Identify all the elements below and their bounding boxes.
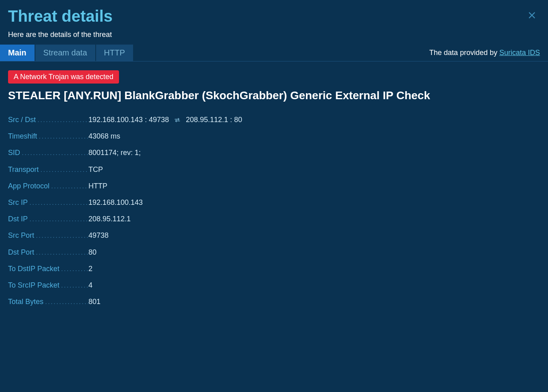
provider-link[interactable]: Suricata IDS [499,49,540,57]
detail-row-transport: Transport TCP [8,165,540,175]
detail-row-src-ip: Src IP 192.168.100.143 [8,198,540,208]
detail-value: HTTP [88,181,107,191]
tabs-container: Main Stream data HTTP [0,45,134,61]
detail-value: TCP [88,165,103,175]
detail-value: 49738 [88,231,109,241]
close-icon [527,11,536,20]
detail-label: Timeshift [8,131,88,141]
page-title: Threat details [8,7,540,25]
detail-value: 2 [88,264,92,274]
detail-row-to-dstip-packet: To DstIP Packet 2 [8,264,540,274]
detail-value: 192.168.100.143 [88,198,143,208]
detail-value: 80 [88,247,96,257]
tab-stream-data[interactable]: Stream data [35,45,95,61]
src-address: 192.168.100.143 : 49738 [88,115,169,125]
detail-value: 4 [88,280,92,290]
dialog-header: Threat details Here are the details of t… [0,0,548,45]
detail-row-timeshift: Timeshift 43068 ms [8,131,540,141]
detail-value: 8001174; rev: 1; [88,148,141,158]
detail-row-src-dst: Src / Dst 192.168.100.143 : 49738 208.95… [8,115,540,125]
detail-label: Src IP [8,198,88,208]
detail-label: Src / Dst [8,115,88,125]
detail-label: Src Port [8,231,88,241]
detail-row-src-port: Src Port 49738 [8,231,540,241]
dst-address: 208.95.112.1 : 80 [186,115,242,125]
detail-row-app-protocol: App Protocol HTTP [8,181,540,191]
provider-prefix: The data provided by [429,49,499,57]
detail-row-total-bytes: Total Bytes 801 [8,297,540,307]
detail-row-to-srcip-packet: To SrcIP Packet 4 [8,280,540,290]
close-button[interactable] [527,10,537,20]
page-subtitle: Here are the details of the threat [8,31,540,39]
swap-icon [174,116,181,124]
detail-row-sid: SID 8001174; rev: 1; [8,148,540,158]
detail-label: Transport [8,165,88,175]
threat-name: STEALER [ANY.RUN] BlankGrabber (SkochGra… [8,89,540,102]
tab-http[interactable]: HTTP [96,45,133,61]
provider-info: The data provided by Suricata IDS [429,49,540,57]
tab-main[interactable]: Main [0,45,35,61]
detail-value: 208.95.112.1 [88,214,131,224]
detail-label: App Protocol [8,181,88,191]
detail-value: 801 [88,297,101,307]
detail-label: To SrcIP Packet [8,280,88,290]
detail-label: Dst Port [8,247,88,257]
content-area: A Network Trojan was detected STEALER [A… [0,61,548,315]
detail-label: Total Bytes [8,297,88,307]
details-table: Src / Dst 192.168.100.143 : 49738 208.95… [8,115,540,307]
detail-value: 43068 ms [88,131,120,141]
detail-label: To DstIP Packet [8,264,88,274]
detail-value: 192.168.100.143 : 49738 208.95.112.1 : 8… [88,115,242,125]
threat-badge: A Network Trojan was detected [8,70,119,84]
detail-row-dst-port: Dst Port 80 [8,247,540,257]
detail-label: Dst IP [8,214,88,224]
detail-label: SID [8,148,88,158]
tabs-row: Main Stream data HTTP The data provided … [0,45,548,61]
detail-row-dst-ip: Dst IP 208.95.112.1 [8,214,540,224]
